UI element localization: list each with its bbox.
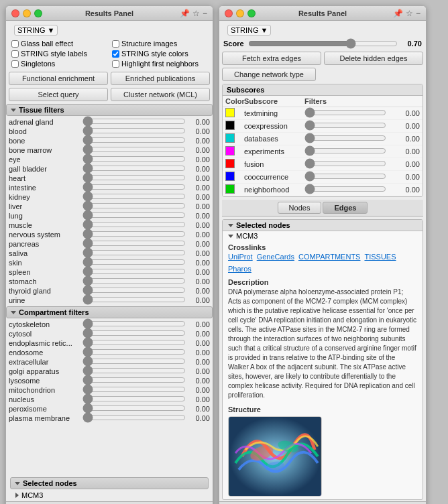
subscore-slider[interactable] <box>304 173 386 180</box>
subscores-section: Subscores Color Subscore Filters textmin… <box>222 84 423 197</box>
subscore-slider[interactable] <box>304 135 386 141</box>
tissue-filter-slider[interactable] <box>82 137 186 143</box>
settings-icon[interactable]: ☆ <box>192 9 200 18</box>
string-dropdown[interactable]: STRING ▼ <box>14 25 58 36</box>
tissue-filter-slider[interactable] <box>82 212 186 218</box>
right-settings-icon[interactable]: ☆ <box>406 9 413 18</box>
tissue-filter-slider[interactable] <box>82 146 186 153</box>
string-dropdown-label: STRING <box>17 26 46 34</box>
right-minimize-button[interactable] <box>236 9 244 17</box>
highlight-neighbors-checkbox[interactable] <box>112 60 119 68</box>
compartment-filter-slider[interactable] <box>82 349 186 355</box>
compartment-filter-slider[interactable] <box>82 330 186 336</box>
string-labels-checkbox[interactable] <box>11 50 19 58</box>
structure-images-checkbox[interactable] <box>112 40 119 48</box>
tissue-filter-slider[interactable] <box>82 231 186 237</box>
structure-images-option[interactable]: Structure images <box>112 40 207 48</box>
glass-ball-option[interactable]: Glass ball effect <box>11 40 107 48</box>
close-button[interactable] <box>11 9 19 17</box>
minus-icon[interactable]: − <box>203 9 207 18</box>
tissue-filter-value: 0.00 <box>188 127 213 136</box>
singletons-checkbox[interactable] <box>11 60 19 68</box>
left-node-expand-icon[interactable] <box>15 493 19 498</box>
compartment-filter-slider[interactable] <box>82 320 186 327</box>
string-labels-option[interactable]: STRING style labels <box>11 50 107 58</box>
left-node-name: MCM3 <box>21 491 43 499</box>
tissue-filter-slider[interactable] <box>82 155 186 162</box>
tissue-filter-slider[interactable] <box>82 287 186 294</box>
tissue-filter-slider[interactable] <box>82 165 186 172</box>
maximize-button[interactable] <box>34 9 42 17</box>
right-selected-nodes-header[interactable]: Selected nodes <box>223 220 423 231</box>
enriched-publications-button[interactable]: Enriched publications <box>111 72 210 85</box>
highlight-neighbors-option[interactable]: Highlight first neighbors <box>112 60 207 68</box>
right-minus-icon[interactable]: − <box>416 9 421 18</box>
compartment-filter-slider[interactable] <box>82 377 186 383</box>
select-query-button[interactable]: Select query <box>9 88 108 101</box>
compartment-filter-label: endoplasmic retic... <box>6 338 80 348</box>
subscore-col-name: Subscore <box>244 97 304 105</box>
tissue-filter-label: saliva <box>6 249 80 258</box>
minimize-button[interactable] <box>23 9 31 17</box>
fetch-extra-edges-button[interactable]: Fetch extra edges <box>222 52 321 65</box>
tissue-filter-slider[interactable] <box>82 127 186 134</box>
tissue-filter-slider[interactable] <box>82 221 186 228</box>
string-colors-option[interactable]: STRING style colors <box>112 50 207 58</box>
tissue-filter-slider[interactable] <box>82 240 186 247</box>
tissue-filter-slider[interactable] <box>82 259 186 265</box>
color-box <box>225 184 235 194</box>
subscore-slider[interactable] <box>304 109 386 116</box>
subscore-slider[interactable] <box>304 186 386 192</box>
functional-enrichment-button[interactable]: Functional enrichment <box>9 72 108 85</box>
tissue-filters-table: adrenal gland 0.00 blood 0.00 bone 0.00 … <box>6 117 213 305</box>
glass-ball-checkbox[interactable] <box>11 40 19 48</box>
tissue-filter-slider[interactable] <box>82 174 186 181</box>
tissue-filter-slider[interactable] <box>82 277 186 284</box>
right-string-dropdown[interactable]: STRING ▼ <box>227 25 271 36</box>
compartment-filter-slider[interactable] <box>82 414 186 421</box>
right-maximize-button[interactable] <box>247 9 256 17</box>
compartment-filter-slider[interactable] <box>82 395 186 402</box>
right-close-button[interactable] <box>225 9 233 17</box>
tissue-filters-header[interactable]: Tissue filters <box>6 104 213 116</box>
tissue-filter-slider[interactable] <box>82 296 186 303</box>
tissue-filter-slider[interactable] <box>82 193 186 200</box>
compartment-filter-slider[interactable] <box>82 358 186 365</box>
tissue-filter-slider[interactable] <box>82 118 186 125</box>
crosslink-item[interactable]: TISSUES <box>364 253 396 261</box>
tissue-filter-slider[interactable] <box>82 249 186 256</box>
right-node-expand-icon[interactable] <box>228 235 233 238</box>
subscore-slider[interactable] <box>304 122 386 129</box>
singletons-option[interactable]: Singletons <box>11 60 107 68</box>
crosslink-item[interactable]: GeneCards <box>257 253 294 261</box>
compartment-filters-header[interactable]: Compartment filters <box>6 306 213 318</box>
glass-ball-label: Glass ball effect <box>21 40 73 48</box>
compartment-filter-slider[interactable] <box>82 386 186 393</box>
left-selected-nodes-header[interactable]: Selected nodes <box>10 477 209 489</box>
delete-hidden-edges-button[interactable]: Delete hidden edges <box>324 52 423 65</box>
tissue-filter-slider[interactable] <box>82 268 186 275</box>
tissue-filter-slider[interactable] <box>82 202 186 209</box>
singletons-label: Singletons <box>21 60 55 68</box>
cluster-network-button[interactable]: Cluster network (MCL) <box>111 88 210 101</box>
right-mid-tab-nodes[interactable]: Nodes <box>278 202 322 214</box>
string-colors-checkbox[interactable] <box>112 50 119 58</box>
right-pin-icon[interactable]: 📌 <box>393 9 403 18</box>
right-mid-tab-edges[interactable]: Edges <box>323 202 368 214</box>
window-controls <box>11 9 42 17</box>
compartment-filter-slider[interactable] <box>82 405 186 412</box>
string-labels-label: STRING style labels <box>21 50 87 58</box>
pin-icon[interactable]: 📌 <box>180 9 190 18</box>
subscore-value: 0.00 <box>386 109 420 117</box>
crosslink-item[interactable]: UniProt <box>228 253 253 261</box>
crosslink-item[interactable]: Pharos <box>228 265 251 273</box>
compartment-filter-slider[interactable] <box>82 367 186 374</box>
compartment-filter-slider[interactable] <box>82 339 186 346</box>
left-node-item: MCM3 <box>10 491 209 500</box>
subscore-slider[interactable] <box>304 160 386 167</box>
crosslink-item[interactable]: COMPARTMENTS <box>298 253 361 261</box>
tissue-filter-slider[interactable] <box>82 184 186 190</box>
change-network-type-button[interactable]: Change network type <box>222 68 316 81</box>
subscore-slider[interactable] <box>304 147 386 154</box>
score-slider[interactable] <box>248 40 398 48</box>
